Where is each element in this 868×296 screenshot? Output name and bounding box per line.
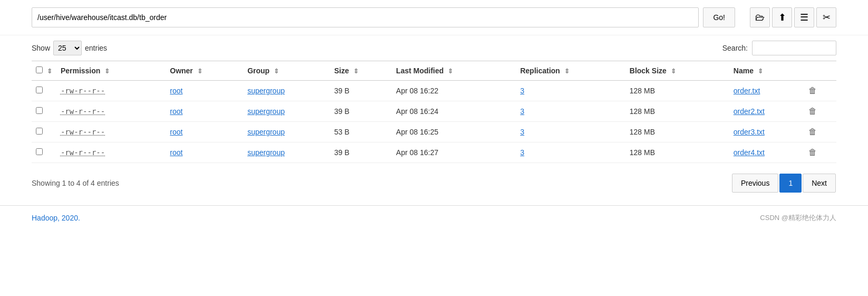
row-permission: -rw-r--r-- xyxy=(56,122,166,142)
col-name-label: Name xyxy=(734,66,754,75)
row-permission: -rw-r--r-- xyxy=(56,81,166,101)
search-label: Search: xyxy=(722,44,748,52)
col-last-modified-label: Last Modified xyxy=(396,66,443,75)
entries-label: entries xyxy=(85,44,107,52)
col-name: Name ⇕ xyxy=(729,61,804,81)
delete-icon[interactable]: 🗑 xyxy=(808,86,817,95)
row-size: 39 B xyxy=(330,101,392,122)
permission-text: -rw-r--r-- xyxy=(61,87,105,95)
file-name-link[interactable]: order4.txt xyxy=(734,148,765,157)
row-block-size: 128 MB xyxy=(625,142,729,163)
group-link[interactable]: supergroup xyxy=(247,148,285,157)
path-input[interactable] xyxy=(32,7,699,27)
go-button[interactable]: Go! xyxy=(703,7,735,27)
row-size: 53 B xyxy=(330,122,392,142)
owner-link[interactable]: root xyxy=(170,128,182,136)
delete-icon[interactable]: 🗑 xyxy=(808,107,817,116)
row-checkbox[interactable] xyxy=(36,87,43,93)
col-permission: Permission ⇕ xyxy=(56,61,166,81)
col-size-label: Size xyxy=(334,66,349,75)
owner-link[interactable]: root xyxy=(170,87,182,95)
replication-link[interactable]: 3 xyxy=(520,107,524,116)
row-replication: 3 xyxy=(516,142,625,163)
sort-icon-name[interactable]: ⇕ xyxy=(758,68,763,75)
show-entries: Show 10 25 50 100 entries xyxy=(32,41,107,55)
entries-select[interactable]: 10 25 50 100 xyxy=(53,41,82,55)
col-replication: Replication ⇕ xyxy=(516,61,625,81)
show-label: Show xyxy=(32,44,50,52)
col-block-size-label: Block Size xyxy=(630,66,667,75)
previous-button[interactable]: Previous xyxy=(732,174,778,193)
table-header-row: ⇕ Permission ⇕ Owner ⇕ Group ⇕ Size ⇕ La… xyxy=(32,61,836,81)
next-button[interactable]: Next xyxy=(803,174,836,193)
replication-link[interactable]: 3 xyxy=(520,87,524,95)
search-area: Search: xyxy=(722,41,836,55)
file-name-link[interactable]: order.txt xyxy=(734,87,760,95)
controls-row: Show 10 25 50 100 entries Search: xyxy=(0,35,868,61)
row-delete: 🗑 xyxy=(804,81,836,101)
row-checkbox[interactable] xyxy=(36,107,43,114)
page-1-button[interactable]: 1 xyxy=(779,174,802,193)
owner-link[interactable]: root xyxy=(170,107,182,116)
file-name-link[interactable]: order3.txt xyxy=(734,128,765,136)
row-checkbox-cell xyxy=(32,122,56,142)
owner-link[interactable]: root xyxy=(170,148,182,157)
col-actions xyxy=(804,61,836,81)
group-link[interactable]: supergroup xyxy=(247,128,285,136)
row-size: 39 B xyxy=(330,81,392,101)
col-owner: Owner ⇕ xyxy=(166,61,243,81)
row-owner: root xyxy=(166,122,243,142)
row-checkbox-cell xyxy=(32,142,56,163)
col-block-size: Block Size ⇕ xyxy=(625,61,729,81)
sort-icon-group[interactable]: ⇕ xyxy=(274,68,279,75)
sort-icon-permission[interactable]: ⇕ xyxy=(104,68,110,75)
col-permission-label: Permission xyxy=(61,66,100,75)
select-all-checkbox[interactable] xyxy=(36,66,43,73)
replication-link[interactable]: 3 xyxy=(520,128,524,136)
row-checkbox-cell xyxy=(32,81,56,101)
top-bar: Go! 🗁 ⬆ ☰ ✂ xyxy=(0,0,868,35)
search-input[interactable] xyxy=(752,41,836,55)
sort-icon-block-size[interactable]: ⇕ xyxy=(671,68,676,75)
sort-icon-size[interactable]: ⇕ xyxy=(353,68,359,75)
permission-text: -rw-r--r-- xyxy=(61,107,105,116)
copy-icon-btn[interactable]: ✂ xyxy=(816,7,836,27)
row-last-modified: Apr 08 16:24 xyxy=(392,101,516,122)
hadoop-link[interactable]: Hadoop, 2020. xyxy=(32,214,80,222)
copy-icon: ✂ xyxy=(823,12,831,23)
file-name-link[interactable]: order2.txt xyxy=(734,107,765,116)
folder-icon-btn[interactable]: 🗁 xyxy=(750,7,770,27)
col-group: Group ⇕ xyxy=(243,61,330,81)
row-delete: 🗑 xyxy=(804,101,836,122)
row-replication: 3 xyxy=(516,122,625,142)
delete-icon[interactable]: 🗑 xyxy=(808,127,817,136)
row-owner: root xyxy=(166,142,243,163)
row-name: order3.txt xyxy=(729,122,804,142)
row-permission: -rw-r--r-- xyxy=(56,142,166,163)
file-icon: ☰ xyxy=(800,12,808,23)
row-owner: root xyxy=(166,81,243,101)
row-replication: 3 xyxy=(516,101,625,122)
sort-icon-owner[interactable]: ⇕ xyxy=(197,68,202,75)
group-link[interactable]: supergroup xyxy=(247,107,285,116)
file-icon-btn[interactable]: ☰ xyxy=(794,7,814,27)
col-last-modified: Last Modified ⇕ xyxy=(392,61,516,81)
files-table: ⇕ Permission ⇕ Owner ⇕ Group ⇕ Size ⇕ La… xyxy=(32,61,836,163)
replication-link[interactable]: 3 xyxy=(520,148,524,157)
row-checkbox[interactable] xyxy=(36,148,43,155)
delete-icon[interactable]: 🗑 xyxy=(808,148,817,157)
row-checkbox[interactable] xyxy=(36,128,43,135)
col-size: Size ⇕ xyxy=(330,61,392,81)
row-block-size: 128 MB xyxy=(625,81,729,101)
row-group: supergroup xyxy=(243,142,330,163)
sort-icon-last-modified[interactable]: ⇕ xyxy=(448,68,453,75)
table-row: -rw-r--r-- root supergroup 39 B Apr 08 1… xyxy=(32,81,836,101)
upload-icon-btn[interactable]: ⬆ xyxy=(772,7,792,27)
bottom-footer: Hadoop, 2020. CSDN @精彩绝伦体力人 xyxy=(0,205,868,230)
sort-icon-replication[interactable]: ⇕ xyxy=(564,68,570,75)
permission-text: -rw-r--r-- xyxy=(61,148,105,157)
group-link[interactable]: supergroup xyxy=(247,87,285,95)
icon-toolbar: 🗁 ⬆ ☰ ✂ xyxy=(750,7,836,27)
folder-icon: 🗁 xyxy=(755,12,765,23)
col-owner-label: Owner xyxy=(170,66,193,75)
